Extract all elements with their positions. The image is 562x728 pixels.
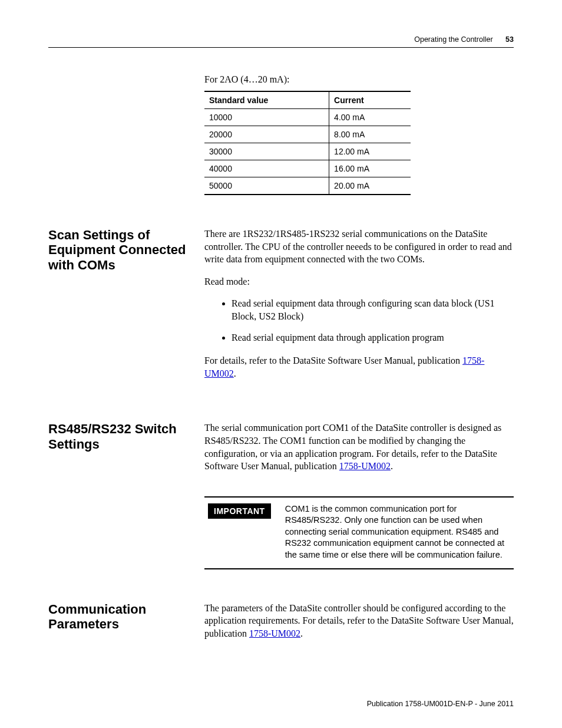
body-scan-settings: There are 1RS232/1RS485-1RS232 serial co…	[204, 228, 514, 389]
text: .	[300, 628, 303, 638]
table-caption: For 2AO (4…20 mA):	[204, 74, 514, 85]
table-row: 40000 16.00 mA	[204, 160, 411, 177]
important-callout: IMPORTANT COM1 is the common communicati…	[204, 496, 514, 569]
chapter-title: Operating the Controller	[414, 35, 492, 44]
heading-scan-settings: Scan Settings of Equipment Connected wit…	[48, 228, 204, 272]
content: For 2AO (4…20 mA): Standard value Curren…	[48, 74, 514, 649]
running-head: Operating the Controller 53	[48, 35, 514, 44]
section-switch-settings: RS485/RS232 Switch Settings The serial c…	[48, 421, 514, 569]
paragraph: The serial communication port COM1 of th…	[204, 421, 514, 472]
section-scan-settings: Scan Settings of Equipment Connected wit…	[48, 228, 514, 389]
list-item: Read serial equipment data through confi…	[232, 297, 514, 322]
table-row: 10000 4.00 mA	[204, 109, 411, 126]
intro-block: For 2AO (4…20 mA): Standard value Curren…	[204, 74, 514, 195]
col-header-standard-value: Standard value	[204, 91, 329, 109]
cell: 20000	[204, 126, 329, 143]
link-1758-um002[interactable]: 1758-UM002	[249, 628, 300, 638]
paragraph: There are 1RS232/1RS485-1RS232 serial co…	[204, 228, 514, 266]
page: Operating the Controller 53 For 2AO (4…2…	[0, 0, 562, 728]
cell: 40000	[204, 160, 329, 177]
text: .	[391, 461, 393, 471]
cell: 20.00 mA	[329, 177, 411, 195]
cell: 8.00 mA	[329, 126, 411, 143]
heading-communication-parameters: Communication Parameters	[48, 602, 204, 632]
important-text: COM1 is the common communication port fo…	[285, 503, 510, 561]
cell: 4.00 mA	[329, 109, 411, 126]
bullet-list: Read serial equipment data through confi…	[204, 297, 514, 344]
table-header-row: Standard value Current	[204, 91, 411, 109]
heading-switch-settings: RS485/RS232 Switch Settings	[48, 421, 204, 452]
footer-publication: Publication 1758-UM001D-EN-P - June 2011	[367, 700, 514, 708]
page-number: 53	[505, 35, 514, 44]
header-rule	[48, 47, 514, 48]
list-item: Read serial equipment data through appli…	[232, 331, 514, 344]
text: For details, refer to the DataSite Softw…	[204, 355, 462, 365]
important-badge: IMPORTANT	[208, 503, 271, 519]
table-row: 20000 8.00 mA	[204, 126, 411, 143]
paragraph: The parameters of the DataSite controlle…	[204, 602, 514, 640]
body-switch-settings: The serial communication port COM1 of th…	[204, 421, 514, 569]
link-1758-um002[interactable]: 1758-UM002	[339, 461, 391, 471]
table-row: 30000 12.00 mA	[204, 143, 411, 160]
paragraph: For details, refer to the DataSite Softw…	[204, 354, 514, 380]
cell: 50000	[204, 177, 329, 195]
cell: 12.00 mA	[329, 143, 411, 160]
cell: 10000	[204, 109, 329, 126]
section-communication-parameters: Communication Parameters The parameters …	[48, 602, 514, 650]
cell: 30000	[204, 143, 329, 160]
body-communication-parameters: The parameters of the DataSite controlle…	[204, 602, 514, 650]
text: .	[234, 368, 236, 378]
paragraph: Read mode:	[204, 275, 514, 288]
cell: 16.00 mA	[329, 160, 411, 177]
table-row: 50000 20.00 mA	[204, 177, 411, 195]
col-header-current: Current	[329, 91, 411, 109]
standard-value-table: Standard value Current 10000 4.00 mA 200…	[204, 91, 411, 195]
